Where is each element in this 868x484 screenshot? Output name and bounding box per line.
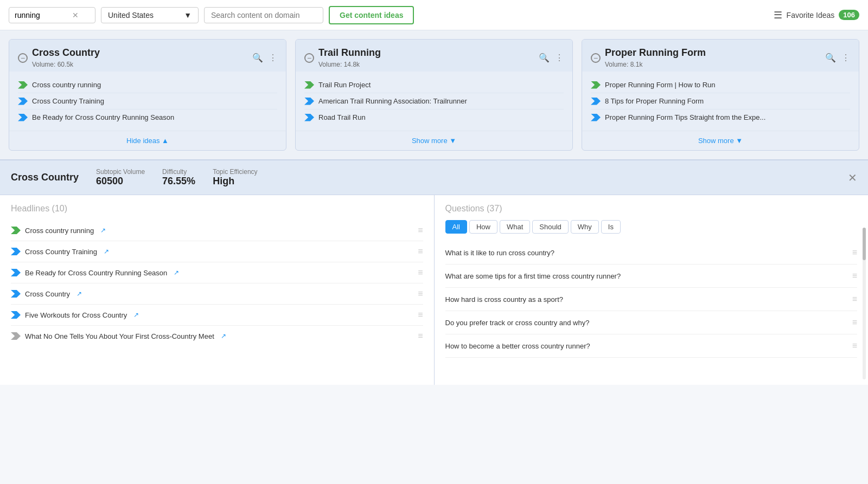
filter-tab-what[interactable]: What [500, 220, 530, 234]
minus-icon[interactable] [304, 53, 314, 63]
filter-tab-all[interactable]: All [445, 220, 467, 234]
site-icon-green [304, 81, 314, 89]
minus-icon[interactable] [591, 53, 601, 63]
site-icon-green [11, 227, 21, 234]
headline-left: Five Workouts for Cross Country ↗ [11, 311, 139, 319]
topbar: ✕ United States ▼ Get content ideas ☰ Fa… [0, 0, 868, 30]
card-item: Proper Running Form | How to Run [591, 77, 850, 93]
card-trail-running-volume: Volume: 14.8k [318, 59, 381, 68]
questions-panel: Questions (37) All How What Should Why I… [435, 195, 869, 385]
site-icon-blue [11, 290, 21, 298]
card-cross-country-header: Cross Country Volume: 60.5k 🔍 ⋮ [9, 40, 286, 72]
site-icon-blue [11, 269, 21, 276]
menu-lines-icon[interactable]: ≡ [418, 310, 423, 320]
filter-tab-should[interactable]: Should [532, 220, 568, 234]
menu-lines-icon[interactable]: ≡ [418, 247, 423, 256]
more-options-icon[interactable]: ⋮ [555, 53, 564, 63]
card-cross-country-body: Cross country running Cross Country Trai… [9, 72, 286, 131]
headlines-panel: Headlines (10) Cross country running ↗ ≡… [0, 195, 435, 385]
card-item-text: Proper Running Form Tips Straight from t… [605, 113, 765, 121]
site-icon-blue [591, 114, 601, 121]
site-icon-green [591, 81, 601, 89]
menu-lines-icon[interactable]: ≡ [418, 289, 423, 299]
close-detail-button[interactable]: ✕ [848, 171, 857, 184]
menu-lines-icon[interactable]: ≡ [418, 268, 423, 278]
filter-tabs: All How What Should Why Is [445, 220, 858, 234]
external-link-icon[interactable]: ↗ [174, 269, 179, 276]
show-more-button[interactable]: Show more ▼ [296, 131, 572, 150]
site-icon-blue [304, 98, 314, 105]
question-item: How hard is cross country as a sport? ≡ [445, 288, 858, 311]
card-header-icons: 🔍 ⋮ [825, 53, 850, 63]
site-icon-blue [18, 114, 28, 121]
scrollbar[interactable] [863, 228, 866, 379]
card-trail-running-body: Trail Run Project American Trail Running… [296, 72, 572, 131]
card-item-text: Be Ready for Cross Country Running Seaso… [32, 113, 174, 121]
minus-icon[interactable] [18, 53, 28, 63]
card-item: Road Trail Run [304, 109, 564, 125]
headline-left: Be Ready for Cross Country Running Seaso… [11, 269, 179, 277]
more-options-icon[interactable]: ⋮ [841, 53, 850, 63]
card-item-text: Trail Run Project [318, 81, 371, 89]
filter-tab-why[interactable]: Why [571, 220, 599, 234]
domain-search-input[interactable] [204, 7, 323, 23]
menu-lines-icon[interactable]: ≡ [852, 318, 857, 327]
menu-lines-icon[interactable]: ≡ [852, 248, 857, 257]
headline-item: Cross country running ↗ ≡ [11, 220, 423, 241]
difficulty-value: 76.55% [162, 176, 195, 187]
scrollbar-thumb[interactable] [863, 228, 866, 260]
country-select[interactable]: United States ▼ [101, 7, 199, 23]
card-header-icons: 🔍 ⋮ [539, 53, 564, 63]
search-input[interactable] [15, 11, 69, 20]
search-box: ✕ [9, 7, 95, 23]
menu-lines-icon[interactable]: ≡ [418, 225, 423, 235]
menu-lines-icon[interactable]: ≡ [852, 341, 857, 351]
filter-tab-how[interactable]: How [469, 220, 497, 234]
site-icon-blue [304, 114, 314, 121]
card-header-left: Cross Country Volume: 60.5k [18, 47, 100, 68]
search-icon[interactable]: 🔍 [252, 53, 263, 63]
site-icon-blue [11, 311, 21, 319]
question-item: What is it like to run cross country? ≡ [445, 241, 858, 264]
topic-efficiency-value: High [213, 176, 257, 187]
detail-header: Cross Country Subtopic Volume 60500 Diff… [0, 160, 868, 195]
detail-title: Cross Country [11, 172, 79, 183]
difficulty-stat: Difficulty 76.55% [162, 168, 195, 187]
question-text: Do you prefer track or cross country and… [445, 319, 590, 327]
menu-lines-icon[interactable]: ≡ [852, 294, 857, 304]
external-link-icon[interactable]: ↗ [104, 248, 109, 255]
external-link-icon[interactable]: ↗ [221, 332, 226, 340]
card-cross-country-title: Cross Country [32, 47, 100, 59]
detail-panel: Cross Country Subtopic Volume 60500 Diff… [0, 159, 868, 385]
clear-search-icon[interactable]: ✕ [72, 11, 79, 20]
headline-text: What No One Tells You About Your First C… [25, 332, 214, 340]
site-icon-blue [18, 98, 28, 105]
card-trail-running-header: Trail Running Volume: 14.8k 🔍 ⋮ [296, 40, 572, 72]
filter-tab-is[interactable]: Is [601, 220, 621, 234]
card-proper-running-form-volume: Volume: 8.1k [605, 59, 706, 68]
get-content-ideas-button[interactable]: Get content ideas [329, 6, 414, 24]
headline-left: Cross country running ↗ [11, 227, 106, 235]
questions-title: Questions (37) [445, 204, 858, 214]
card-header-left: Trail Running Volume: 14.8k [304, 47, 381, 68]
headline-text: Cross country running [25, 227, 94, 235]
external-link-icon[interactable]: ↗ [133, 311, 139, 319]
site-icon-gray [11, 332, 21, 340]
favorite-ideas-label: Favorite Ideas [787, 11, 835, 20]
subtopic-volume-value: 60500 [96, 176, 145, 187]
external-link-icon[interactable]: ↗ [76, 290, 82, 298]
topic-efficiency-stat: Topic Efficiency High [213, 168, 257, 187]
hide-ideas-button[interactable]: Hide ideas ▲ [9, 131, 286, 150]
menu-lines-icon[interactable]: ≡ [418, 331, 423, 341]
search-icon[interactable]: 🔍 [539, 53, 550, 63]
more-options-icon[interactable]: ⋮ [269, 53, 277, 63]
favorite-ideas-button[interactable]: ☰ Favorite Ideas 106 [774, 9, 859, 21]
search-icon[interactable]: 🔍 [825, 53, 836, 63]
card-item-text: Cross Country Training [32, 97, 104, 105]
show-more-button[interactable]: Show more ▼ [582, 131, 859, 150]
site-icon-blue [591, 98, 601, 105]
external-link-icon[interactable]: ↗ [100, 227, 106, 234]
card-item: Be Ready for Cross Country Running Seaso… [18, 109, 277, 125]
question-text: What are some tips for a first time cros… [445, 272, 621, 280]
menu-lines-icon[interactable]: ≡ [852, 271, 857, 281]
